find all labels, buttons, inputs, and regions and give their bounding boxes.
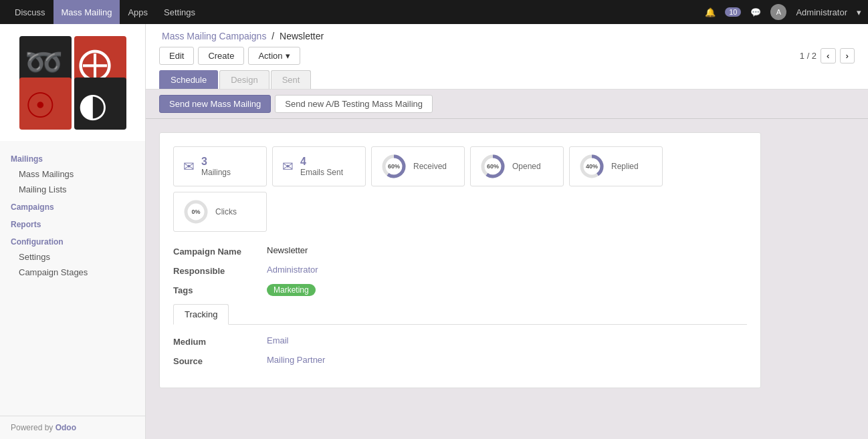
tab-sent[interactable]: Sent bbox=[271, 70, 312, 89]
notification-badge: 10 bbox=[725, 7, 741, 17]
action-button[interactable]: Action ▾ bbox=[248, 47, 300, 65]
medium-label: Medium bbox=[173, 335, 267, 347]
sidebar-item-mailing-lists[interactable]: Mailing Lists bbox=[0, 182, 145, 197]
card-tabs: Tracking bbox=[173, 304, 747, 325]
source-row: Source Mailing Partner bbox=[173, 355, 747, 366]
stats-row: ✉ 3 Mailings ✉ 4 Emails Sent bbox=[173, 146, 747, 232]
source-label: Source bbox=[173, 355, 267, 366]
replied-label: Replied bbox=[611, 162, 639, 171]
tags-value: Marketing bbox=[267, 284, 316, 296]
received-percent: 60% bbox=[388, 163, 400, 170]
clicks-donut: 0% bbox=[183, 199, 209, 225]
toolbar: Edit Create Action ▾ 1 / 2 ‹ › bbox=[159, 47, 855, 65]
nav-apps[interactable]: Apps bbox=[120, 0, 156, 24]
received-donut: 60% bbox=[381, 154, 407, 179]
username: Administrator bbox=[796, 7, 847, 17]
stat-mailings[interactable]: ✉ 3 Mailings bbox=[173, 146, 267, 186]
pagination: 1 / 2 ‹ › bbox=[800, 48, 855, 63]
logo-br: ◐ bbox=[74, 78, 126, 130]
clicks-percent: 0% bbox=[191, 208, 200, 215]
nav-discuss[interactable]: Discuss bbox=[7, 0, 53, 24]
sidebar: ➿ ⨁ ☉ ◐ bbox=[0, 24, 146, 439]
sidebar-item-campaign-stages[interactable]: Campaign Stages bbox=[0, 265, 145, 280]
tab-schedule[interactable]: Schedule bbox=[159, 70, 218, 89]
sidebar-reports-title[interactable]: Reports bbox=[0, 214, 145, 232]
notification-icon: 🔔 bbox=[705, 7, 716, 17]
nav-settings[interactable]: Settings bbox=[156, 0, 203, 24]
medium-row: Medium Email bbox=[173, 335, 747, 347]
content-area: Mass Mailing Campaigns / Newsletter Edit… bbox=[146, 24, 868, 439]
action-dropdown-icon: ▾ bbox=[286, 51, 290, 61]
received-label: Received bbox=[413, 162, 447, 171]
breadcrumb-separator: / bbox=[272, 31, 277, 41]
stat-opened[interactable]: 60% Opened bbox=[470, 146, 564, 186]
status-tabs: Schedule Design Sent bbox=[159, 70, 855, 89]
create-button[interactable]: Create bbox=[198, 47, 244, 65]
replied-donut: 40% bbox=[579, 154, 605, 179]
chat-icon: 💬 bbox=[750, 7, 761, 17]
mailings-label: Mailings bbox=[201, 168, 231, 177]
responsible-row: Responsible Administrator bbox=[173, 265, 747, 276]
stat-replied[interactable]: 40% Replied bbox=[569, 146, 663, 186]
tab-tracking[interactable]: Tracking bbox=[173, 304, 229, 325]
emails-sent-label: Emails Sent bbox=[300, 168, 343, 177]
tags-row: Tags Marketing bbox=[173, 284, 747, 296]
svg-text:⨁: ⨁ bbox=[78, 45, 112, 82]
topnav-right: 🔔 10 💬 A Administrator ▾ bbox=[705, 4, 861, 20]
action-label: Action bbox=[258, 51, 282, 61]
breadcrumb-current: Newsletter bbox=[280, 31, 324, 41]
action-row: Send new Mass Mailing Send new A/B Testi… bbox=[146, 90, 868, 119]
clicks-label: Clicks bbox=[215, 207, 237, 216]
breadcrumb-parent[interactable]: Mass Mailing Campaigns bbox=[162, 31, 266, 41]
user-dropdown-icon[interactable]: ▾ bbox=[857, 7, 861, 17]
stat-emails-sent[interactable]: ✉ 4 Emails Sent bbox=[272, 146, 366, 186]
campaign-name-value: Newsletter bbox=[267, 245, 308, 255]
campaign-card: ✉ 3 Mailings ✉ 4 Emails Sent bbox=[159, 132, 761, 388]
pagination-text: 1 / 2 bbox=[800, 51, 817, 61]
sidebar-item-mass-mailings[interactable]: Mass Mailings bbox=[0, 166, 145, 182]
medium-value[interactable]: Email bbox=[267, 335, 289, 345]
edit-button[interactable]: Edit bbox=[159, 47, 194, 65]
prev-page-button[interactable]: ‹ bbox=[821, 48, 835, 63]
tags-label: Tags bbox=[173, 284, 267, 295]
sidebar-item-settings[interactable]: Settings bbox=[0, 249, 145, 265]
nav-mass-mailing[interactable]: Mass Mailing bbox=[53, 0, 120, 24]
tab-design[interactable]: Design bbox=[219, 70, 269, 89]
sidebar-nav: Mailings Mass Mailings Mailing Lists Cam… bbox=[0, 141, 145, 416]
breadcrumb: Mass Mailing Campaigns / Newsletter bbox=[159, 31, 855, 41]
send-mass-mailing-button[interactable]: Send new Mass Mailing bbox=[159, 95, 271, 113]
opened-donut: 60% bbox=[480, 154, 506, 179]
opened-percent: 60% bbox=[487, 163, 499, 170]
responsible-label: Responsible bbox=[173, 265, 267, 276]
page-header: Mass Mailing Campaigns / Newsletter Edit… bbox=[146, 24, 868, 90]
topnav: Discuss Mass Mailing Apps Settings 🔔 10 … bbox=[0, 0, 868, 24]
mailings-icon: ✉ bbox=[183, 158, 195, 174]
tag-marketing[interactable]: Marketing bbox=[267, 284, 316, 296]
sidebar-campaigns-title[interactable]: Campaigns bbox=[0, 197, 145, 214]
mailings-number: 3 bbox=[201, 156, 231, 168]
avatar: A bbox=[770, 4, 786, 20]
opened-label: Opened bbox=[512, 162, 541, 171]
source-value[interactable]: Mailing Partner bbox=[267, 355, 325, 365]
campaign-name-row: Campaign Name Newsletter bbox=[173, 245, 747, 257]
svg-text:☉: ☉ bbox=[25, 87, 56, 125]
next-page-button[interactable]: › bbox=[840, 48, 855, 63]
sidebar-mailings-title[interactable]: Mailings bbox=[0, 149, 145, 166]
content-scroll: ✉ 3 Mailings ✉ 4 Emails Sent bbox=[146, 119, 868, 439]
sidebar-configuration-title[interactable]: Configuration bbox=[0, 232, 145, 249]
svg-text:➿: ➿ bbox=[25, 44, 64, 81]
sidebar-footer: Powered by Odoo bbox=[0, 416, 145, 439]
logo-bl: ☉ bbox=[19, 78, 72, 130]
campaign-name-label: Campaign Name bbox=[173, 245, 267, 257]
responsible-value[interactable]: Administrator bbox=[267, 265, 318, 275]
tracking-content: Medium Email Source Mailing Partner bbox=[173, 335, 747, 366]
send-ab-testing-button[interactable]: Send new A/B Testing Mass Mailing bbox=[275, 95, 433, 113]
emails-sent-number: 4 bbox=[300, 156, 343, 168]
stat-clicks[interactable]: 0% Clicks bbox=[173, 192, 267, 232]
svg-text:◐: ◐ bbox=[78, 86, 108, 124]
stat-received[interactable]: 60% Received bbox=[371, 146, 465, 186]
logo-area: ➿ ⨁ ☉ ◐ bbox=[0, 24, 145, 141]
emails-sent-icon: ✉ bbox=[282, 158, 294, 174]
replied-percent: 40% bbox=[586, 163, 598, 170]
